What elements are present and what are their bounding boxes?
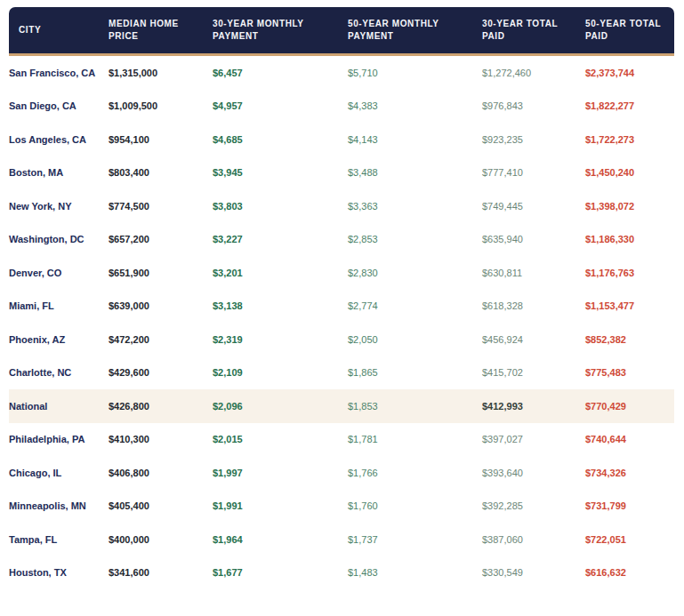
cell-30yr-total-paid: $618,328	[482, 295, 585, 316]
cell-50yr-total-paid: $734,326	[585, 462, 674, 484]
cell-city: San Francisco, CA	[9, 62, 109, 84]
table-row: San Diego, CA $1,009,500 $4,957 $4,383 $…	[9, 90, 674, 124]
cell-median-home-price: $400,000	[109, 529, 213, 550]
cell-30yr-total-paid: $392,285	[482, 495, 585, 516]
cell-50yr-monthly-payment: $1,865	[348, 362, 482, 383]
cell-median-home-price: $803,400	[109, 162, 213, 183]
cell-median-home-price: $341,600	[109, 562, 213, 583]
cell-50yr-monthly-payment: $1,483	[348, 562, 482, 583]
cell-median-home-price: $405,400	[109, 495, 213, 516]
cell-50yr-total-paid: $1,822,277	[585, 95, 674, 116]
cell-median-home-price: $429,600	[109, 362, 213, 383]
cell-30yr-monthly-payment: $3,201	[213, 262, 348, 284]
column-header-30yr-monthly-payment: 30-Year Monthly Payment	[213, 7, 348, 53]
cell-30yr-monthly-payment: $2,319	[213, 329, 348, 350]
table-row: San Francisco, CA $1,315,000 $6,457 $5,7…	[9, 56, 674, 90]
cell-30yr-monthly-payment: $1,677	[213, 562, 348, 583]
cell-city: Tampa, FL	[9, 529, 109, 550]
cell-30yr-total-paid: $330,549	[482, 562, 585, 583]
cell-median-home-price: $954,100	[109, 129, 213, 150]
cell-city: Boston, MA	[9, 162, 109, 183]
table-row: Miami, FL $639,000 $3,138 $2,774 $618,32…	[9, 290, 674, 324]
cell-30yr-total-paid: $456,924	[482, 329, 585, 350]
table-row: Washington, DC $657,200 $3,227 $2,853 $6…	[9, 223, 674, 257]
column-header-50yr-total-paid: 50-Year Total Paid	[585, 7, 674, 53]
cell-city: Los Angeles, CA	[9, 129, 109, 150]
cell-30yr-monthly-payment: $4,685	[213, 129, 348, 150]
cell-city: Minneapolis, MN	[9, 495, 109, 516]
cell-30yr-monthly-payment: $1,991	[213, 495, 348, 516]
cell-50yr-total-paid: $1,186,330	[585, 228, 674, 250]
cell-50yr-monthly-payment: $3,363	[348, 196, 482, 217]
cell-30yr-monthly-payment: $4,957	[213, 95, 348, 116]
cell-30yr-monthly-payment: $3,227	[213, 228, 348, 250]
column-header-city: City	[9, 7, 109, 53]
cell-50yr-total-paid: $731,799	[585, 495, 674, 516]
table-row: Tampa, FL $400,000 $1,964 $1,737 $387,06…	[9, 523, 674, 556]
cell-50yr-total-paid: $1,398,072	[585, 196, 674, 217]
cell-30yr-total-paid: $412,993	[482, 396, 585, 417]
cell-50yr-monthly-payment: $5,710	[348, 62, 482, 84]
cell-30yr-monthly-payment: $2,109	[213, 362, 348, 383]
cell-50yr-monthly-payment: $1,781	[348, 428, 482, 450]
cell-50yr-monthly-payment: $2,050	[348, 329, 482, 350]
cell-30yr-monthly-payment: $2,015	[213, 428, 348, 450]
table-row: New York, NY $774,500 $3,803 $3,363 $749…	[9, 189, 674, 223]
cell-city: Houston, TX	[9, 562, 109, 583]
cell-50yr-total-paid: $775,483	[585, 362, 674, 383]
cell-50yr-total-paid: $1,176,763	[585, 262, 674, 284]
table-body: San Francisco, CA $1,315,000 $6,457 $5,7…	[9, 56, 674, 589]
cell-city: National	[9, 396, 109, 417]
cell-city: Philadelphia, PA	[9, 428, 109, 450]
cell-30yr-monthly-payment: $1,964	[213, 529, 348, 550]
cell-50yr-monthly-payment: $2,853	[348, 228, 482, 250]
cell-50yr-total-paid: $2,373,744	[585, 62, 674, 84]
cell-30yr-monthly-payment: $3,945	[213, 162, 348, 183]
cell-median-home-price: $406,800	[109, 462, 213, 484]
table-row: Chicago, IL $406,800 $1,997 $1,766 $393,…	[9, 456, 674, 490]
table-row: National $426,800 $2,096 $1,853 $412,993…	[9, 389, 674, 423]
cell-30yr-total-paid: $387,060	[482, 529, 585, 550]
cell-city: Washington, DC	[9, 228, 109, 250]
cell-30yr-total-paid: $635,940	[482, 228, 585, 250]
cell-30yr-total-paid: $1,272,460	[482, 62, 585, 84]
cell-50yr-total-paid: $722,051	[585, 529, 674, 550]
cell-30yr-total-paid: $397,027	[482, 428, 585, 450]
page: City Median Home Price 30-Year Monthly P…	[0, 0, 684, 616]
cell-median-home-price: $774,500	[109, 196, 213, 217]
cell-median-home-price: $639,000	[109, 295, 213, 316]
cell-50yr-monthly-payment: $4,143	[348, 129, 482, 150]
cell-median-home-price: $657,200	[109, 228, 213, 250]
cell-50yr-total-paid: $770,429	[585, 396, 674, 417]
cell-50yr-monthly-payment: $3,488	[348, 162, 482, 183]
cell-50yr-monthly-payment: $1,760	[348, 495, 482, 516]
mortgage-comparison-table: City Median Home Price 30-Year Monthly P…	[9, 7, 674, 589]
cell-30yr-monthly-payment: $2,096	[213, 396, 348, 417]
cell-city: Miami, FL	[9, 295, 109, 316]
cell-median-home-price: $651,900	[109, 262, 213, 284]
cell-city: Chicago, IL	[9, 462, 109, 484]
cell-50yr-total-paid: $1,450,240	[585, 162, 674, 183]
cell-30yr-monthly-payment: $1,997	[213, 462, 348, 484]
column-header-30yr-total-paid: 30-Year Total Paid	[482, 7, 585, 53]
cell-30yr-total-paid: $630,811	[482, 262, 585, 284]
cell-50yr-monthly-payment: $2,774	[348, 295, 482, 316]
cell-city: New York, NY	[9, 196, 109, 217]
cell-50yr-total-paid: $852,382	[585, 329, 674, 350]
cell-50yr-total-paid: $1,722,273	[585, 129, 674, 150]
cell-30yr-monthly-payment: $3,138	[213, 295, 348, 316]
cell-30yr-total-paid: $923,235	[482, 129, 585, 150]
column-header-median-home-price: Median Home Price	[109, 7, 213, 53]
cell-30yr-monthly-payment: $3,803	[213, 196, 348, 217]
cell-50yr-monthly-payment: $1,766	[348, 462, 482, 484]
cell-median-home-price: $410,300	[109, 428, 213, 450]
cell-median-home-price: $1,315,000	[109, 62, 213, 84]
cell-city: Charlotte, NC	[9, 362, 109, 383]
cell-30yr-total-paid: $976,843	[482, 95, 585, 116]
cell-median-home-price: $1,009,500	[109, 95, 213, 116]
cell-50yr-monthly-payment: $4,383	[348, 95, 482, 116]
cell-30yr-monthly-payment: $6,457	[213, 62, 348, 84]
table-row: Minneapolis, MN $405,400 $1,991 $1,760 $…	[9, 490, 674, 524]
table-header-row: City Median Home Price 30-Year Monthly P…	[9, 7, 674, 53]
cell-median-home-price: $472,200	[109, 329, 213, 350]
